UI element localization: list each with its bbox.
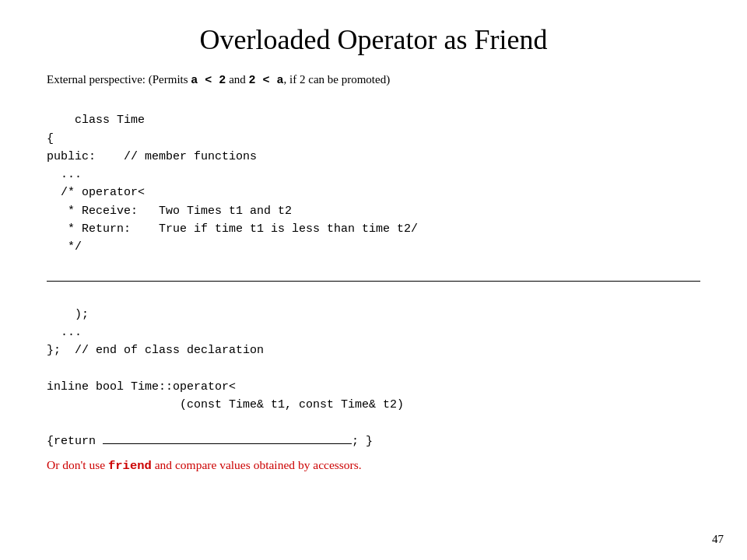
return-end: ; } [352,432,373,450]
slide: Overloaded Operator as Friend External p… [0,0,747,560]
divider [47,281,700,282]
intro-text-prefix: External perspective: (Permits [47,73,191,86]
intro-and: and [226,73,248,86]
intro-code2: 2 < a [249,74,284,87]
bottom-note-prefix: Or don't use [47,458,108,471]
bottom-note-suffix: and compare values obtained by accessors… [152,458,362,471]
slide-title: Overloaded Operator as Friend [47,23,700,56]
return-line-block: {return ; } [47,432,700,450]
code-top-text: class Time { public: // member functions… [47,114,418,254]
page-number: 47 [712,533,724,546]
code-top-block: class Time { public: // member functions… [47,93,700,275]
intro-paragraph: External perspective: (Permits a < 2 and… [47,72,700,89]
intro-rest: , if 2 can be promoted) [284,73,391,86]
bottom-note-code: friend [108,459,152,473]
bottom-note: Or don't use friend and compare values o… [47,458,700,473]
code-bottom-block: ); ... }; // end of class declaration in… [47,288,700,432]
return-prefix: {return [47,432,103,450]
return-underline [103,443,352,444]
intro-code1: a < 2 [191,74,226,87]
code-bottom-text: ); ... }; // end of class declaration in… [47,308,404,411]
